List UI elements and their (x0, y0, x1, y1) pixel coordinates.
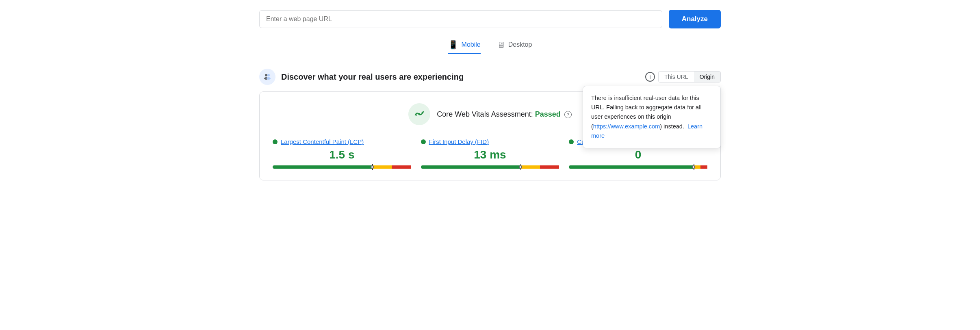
tab-mobile-label: Mobile (462, 41, 481, 48)
toggle-origin-button[interactable]: Origin (694, 72, 720, 82)
analyze-button[interactable]: Analyze (669, 10, 721, 28)
svg-point-1 (267, 74, 270, 76)
assessment-label: Core Web Vitals Assessment: (437, 110, 533, 118)
tooltip-box: There is insufficient real-user data for… (583, 86, 721, 148)
metric-fid-dot (421, 139, 426, 144)
mobile-icon: 📱 (448, 40, 458, 50)
tooltip-text2: ) instead. (660, 123, 684, 130)
metric-fid-marker (520, 164, 521, 170)
metric-lcp-dot (273, 139, 278, 144)
metric-lcp-bar (273, 165, 411, 169)
section-title: Discover what your real users are experi… (281, 72, 464, 82)
svg-point-6 (422, 112, 423, 113)
metric-lcp-marker-dot (371, 165, 374, 169)
metric-lcp-header: Largest Contentful Paint (LCP) (273, 138, 411, 145)
svg-point-5 (416, 115, 417, 116)
metric-lcp: Largest Contentful Paint (LCP) 1.5 s (273, 138, 411, 169)
svg-point-3 (267, 77, 271, 80)
metric-fid: First Input Delay (FID) 13 ms (421, 138, 559, 169)
bar-red-cls (700, 165, 707, 169)
metric-cls-value: 0 (569, 148, 707, 161)
metric-fid-marker-dot (519, 165, 522, 169)
toggle-this-url-button[interactable]: This URL (659, 72, 694, 82)
assessment-status: Passed (535, 110, 561, 118)
bar-green-cls (569, 165, 694, 169)
device-tabs: 📱 Mobile 🖥 Desktop (259, 40, 721, 54)
metric-cls-bar (569, 165, 707, 169)
bar-red-lcp (392, 165, 411, 169)
metric-cls-marker (694, 164, 694, 170)
metric-fid-bar-fill (421, 165, 559, 169)
metric-cls-dot (569, 139, 574, 144)
tab-desktop[interactable]: 🖥 Desktop (497, 40, 532, 54)
metric-fid-header: First Input Delay (FID) (421, 138, 559, 145)
section-avatar-icon (259, 69, 275, 85)
info-icon[interactable]: i (645, 72, 655, 82)
metric-lcp-value: 1.5 s (273, 148, 411, 161)
search-bar: https://www.example.com/page1 Analyze (259, 10, 721, 28)
bar-yellow-fid (520, 165, 540, 169)
svg-point-0 (265, 74, 267, 76)
metric-lcp-marker (372, 164, 373, 170)
metric-cls-marker-dot (692, 165, 695, 169)
url-origin-group: i This URL Origin There is insufficient … (645, 71, 721, 82)
bar-green-fid (421, 165, 520, 169)
section-header: Discover what your real users are experi… (259, 69, 721, 85)
section-title-group: Discover what your real users are experi… (259, 69, 464, 85)
tab-mobile[interactable]: 📱 Mobile (448, 40, 481, 54)
svg-point-4 (418, 113, 421, 115)
metric-fid-label[interactable]: First Input Delay (FID) (429, 138, 489, 145)
desktop-icon: 🖥 (497, 40, 505, 50)
assessment-icon (408, 103, 430, 125)
tooltip-link[interactable]: https://www.example.com (593, 123, 660, 130)
tab-desktop-label: Desktop (508, 41, 532, 48)
metric-cls-bar-fill (569, 165, 707, 169)
toggle-group: This URL Origin (658, 71, 721, 82)
metric-fid-bar (421, 165, 559, 169)
bar-green-lcp (273, 165, 372, 169)
metric-fid-value: 13 ms (421, 148, 559, 161)
assessment-text: Core Web Vitals Assessment: Passed ? (437, 110, 572, 119)
url-input[interactable]: https://www.example.com/page1 (259, 10, 662, 28)
metric-lcp-bar-fill (273, 165, 411, 169)
bar-yellow-lcp (372, 165, 392, 169)
bar-red-fid (540, 165, 559, 169)
assessment-help-icon[interactable]: ? (564, 111, 572, 118)
metric-lcp-label[interactable]: Largest Contentful Paint (LCP) (281, 138, 364, 145)
